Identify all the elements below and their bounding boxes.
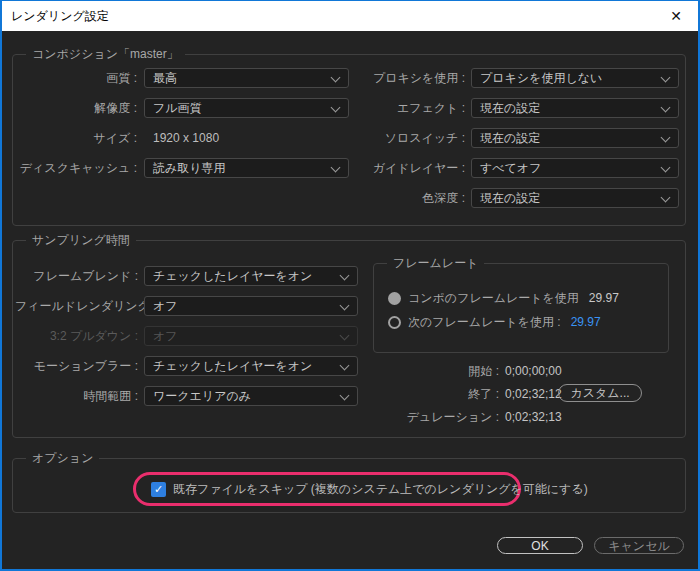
cancel-button[interactable]: キャンセル xyxy=(594,537,684,554)
skip-existing-files-label[interactable]: 既存ファイルをスキップ (複数のシステム上でのレンダリングを可能にする) xyxy=(173,481,588,498)
effects-row: エフェクト : 現在の設定 xyxy=(13,98,685,118)
effects-label: エフェクト : xyxy=(333,98,465,118)
radio-selected-icon[interactable] xyxy=(388,292,401,305)
field-render-dropdown[interactable]: オフ xyxy=(144,296,358,316)
color-depth-label: 色深度 : xyxy=(333,188,465,208)
dialog-content: コンポジション「master」 画質 : 最高 解像度 : フル画質 サイズ :… xyxy=(2,31,698,569)
options-group: オプション ✓ 既存ファイルをスキップ (複数のシステム上でのレンダリングを可能… xyxy=(12,458,686,513)
frame-blend-dropdown[interactable]: チェックしたレイヤーをオン xyxy=(144,266,358,286)
proxy-dropdown[interactable]: プロキシを使用しない xyxy=(471,68,679,88)
highlight-annotation: ✓ 既存ファイルをスキップ (複数のシステム上でのレンダリングを可能にする) xyxy=(133,472,521,506)
duration-label: デュレーション : xyxy=(373,409,499,425)
pulldown-dropdown: オフ xyxy=(144,326,358,346)
dialog-title: レンダリング設定 xyxy=(2,8,109,25)
chevron-down-icon xyxy=(340,271,350,281)
guide-layers-row: ガイドレイヤー : すべてオフ xyxy=(13,158,685,178)
sampling-group-title: サンプリング時間 xyxy=(26,232,136,248)
framerate-option-custom[interactable]: 次のフレームレートを使用 : 29.97 xyxy=(388,314,601,330)
solo-switch-row: ソロスイッチ : 現在の設定 xyxy=(13,128,685,148)
framerate-group-title: フレームレート xyxy=(387,255,484,271)
duration-value: 0;02;32;13 xyxy=(505,409,562,425)
framerate-option-comp[interactable]: コンポのフレームレートを使用 29.97 xyxy=(388,290,619,306)
guide-layers-label: ガイドレイヤー : xyxy=(333,158,465,178)
custom-time-button[interactable]: カスタム... xyxy=(558,384,642,402)
chevron-down-icon xyxy=(661,193,671,203)
custom-framerate-value[interactable]: 29.97 xyxy=(571,315,601,329)
sampling-group: サンプリング時間 フレームブレンド : チェックしたレイヤーをオン フィールドレ… xyxy=(12,240,686,438)
frame-blend-label: フレームブレンド : xyxy=(15,266,138,286)
start-label: 開始 : xyxy=(373,363,499,379)
solo-switch-label: ソロスイッチ : xyxy=(333,128,465,148)
start-value: 0;00;00;00 xyxy=(505,363,562,379)
end-value: 0;02;32;12 xyxy=(505,386,562,402)
effects-dropdown[interactable]: 現在の設定 xyxy=(471,98,679,118)
ok-button[interactable]: OK xyxy=(497,537,583,554)
field-render-label: フィールドレンダリング : xyxy=(15,296,138,316)
composition-group-title: コンポジション「master」 xyxy=(26,46,185,62)
framerate-group: フレームレート コンポのフレームレートを使用 29.97 次のフレームレートを使… xyxy=(373,263,669,353)
color-depth-row: 色深度 : 現在の設定 xyxy=(13,188,685,208)
color-depth-dropdown[interactable]: 現在の設定 xyxy=(471,188,679,208)
chevron-down-icon xyxy=(340,331,350,341)
checkbox-checked-icon[interactable]: ✓ xyxy=(151,482,166,497)
guide-layers-dropdown[interactable]: すべてオフ xyxy=(471,158,679,178)
options-group-title: オプション xyxy=(26,450,99,466)
chevron-down-icon xyxy=(661,103,671,113)
chevron-down-icon xyxy=(661,133,671,143)
chevron-down-icon xyxy=(661,163,671,173)
solo-switch-dropdown[interactable]: 現在の設定 xyxy=(471,128,679,148)
proxy-label: プロキシを使用 : xyxy=(333,68,465,88)
render-settings-dialog: レンダリング設定 ✕ コンポジション「master」 画質 : 最高 解像度 :… xyxy=(0,0,700,571)
chevron-down-icon xyxy=(340,301,350,311)
pulldown-label: 3:2 プルダウン : xyxy=(15,326,138,346)
title-bar: レンダリング設定 ✕ xyxy=(2,1,698,31)
radio-unselected-icon[interactable] xyxy=(388,316,401,329)
end-label: 終了 : xyxy=(373,386,499,402)
composition-group: コンポジション「master」 画質 : 最高 解像度 : フル画質 サイズ :… xyxy=(12,54,686,226)
close-icon[interactable]: ✕ xyxy=(654,1,698,31)
proxy-row: プロキシを使用 : プロキシを使用しない xyxy=(13,68,685,88)
start-time-row: 開始 : 0;00;00;00 xyxy=(13,363,685,379)
duration-row: デュレーション : 0;02;32;13 xyxy=(13,409,685,425)
chevron-down-icon xyxy=(661,73,671,83)
comp-framerate-value: 29.97 xyxy=(589,291,619,305)
